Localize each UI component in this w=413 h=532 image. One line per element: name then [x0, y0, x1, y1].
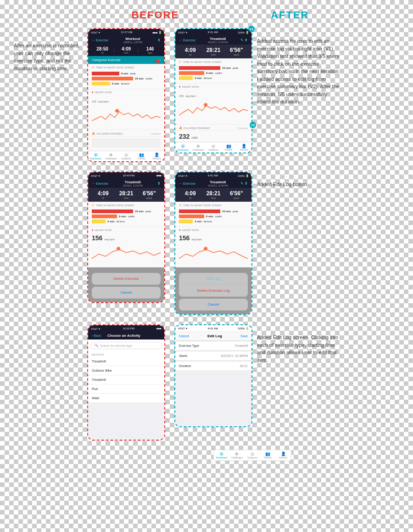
status-bar-before1: AT&T ✦ 12:17 AM ■■■ 🔋	[88, 29, 164, 35]
bottom-tabs-standalone: ⊞Dashboard ⊕Challenges ◎Guidance 👥Friend…	[213, 450, 291, 461]
back-btn-choose[interactable]: ‹ Back	[92, 334, 101, 337]
activity-treadmill-1[interactable]: Treadmill	[88, 357, 164, 366]
after-label: AFTER	[271, 9, 309, 21]
cancel-btn-after2[interactable]: Cancel	[179, 299, 248, 311]
delete-exercise-btn[interactable]: Delete Exercise	[92, 273, 161, 285]
svg-text:165: 165	[114, 108, 118, 110]
search-bar[interactable]: 🔍 Search for exercise type	[90, 342, 162, 349]
activity-walk[interactable]: Walk	[88, 394, 164, 403]
activity-treadmill-2[interactable]: Treadmill	[88, 375, 164, 385]
exercise-type-row[interactable]: Exercise Type Treadmill	[175, 341, 251, 351]
svg-text:178: 178	[202, 102, 206, 104]
svg-text:181: 181	[115, 245, 119, 248]
categorize-bar[interactable]: Categorize Exercise ›	[88, 56, 164, 64]
stats-row-before1: 28:50 mi | 4:09 mi/h | 146 bpm	[88, 45, 164, 56]
duration-row[interactable]: Duration 28:21	[175, 361, 251, 371]
recent-header: RECENT	[88, 351, 164, 357]
before-label: BEFORE	[131, 9, 179, 21]
cancel-edit-btn[interactable]: Cancel	[179, 334, 189, 338]
right-note-middle: Added Edit Log button.	[257, 171, 340, 188]
starts-row[interactable]: Starts 4/2/2017, 12:36PM	[175, 351, 251, 361]
treadmill-stats-after1: 4:09 mi 28:21 time 6'56" pace	[175, 45, 251, 58]
after-phone-2: AT&T ✦ 9:41 AM 100% 🔋 ← Exercise Treadmi…	[174, 171, 252, 315]
right-note-top: Added access for user to edit an exercis…	[257, 28, 340, 106]
edit-log-btn[interactable]: Edit Log	[179, 273, 248, 285]
edit-log-nav: Cancel Edit Log Save	[175, 332, 251, 341]
red-dot-v1	[156, 59, 160, 63]
v2-badge: V2	[250, 122, 256, 128]
choose-nav: ‹ Back Choose an Activity	[88, 332, 164, 340]
status-bar-after1: AT&T ✦ 9:41 AM 100% 🔋	[175, 29, 251, 35]
before-phone-2: AT&T ✦ 10:44 PM ■■■ ← Exercise Treadmill…	[87, 171, 165, 303]
left-note-top: After an exercise is recorded, user can …	[14, 28, 83, 72]
activity-run[interactable]: Run	[88, 385, 164, 394]
save-edit-btn[interactable]: Save	[240, 334, 248, 338]
v1-badge: V1	[248, 26, 255, 32]
before-phone-1: AT&T ✦ 12:17 AM ■■■ 🔋 ← Exercise Workout…	[87, 28, 165, 162]
activity-outdoor-bike[interactable]: Outdoor Bike	[88, 366, 164, 375]
after-phone-1: AT&T ✦ 9:41 AM 100% 🔋 ← Exercise Treadmi…	[174, 28, 252, 153]
delete-exercise-log-btn[interactable]: Delete Exercise Log	[179, 285, 248, 297]
after-phone-3: AT&T ✦ 9:41 AM 100% 🔋 Cancel Edit Log Sa…	[174, 324, 252, 427]
nav-bar-before1: ← Exercise Workout 4/3/2011, 1:05 PM ⬆	[88, 35, 164, 45]
svg-text:181: 181	[202, 245, 206, 248]
before-phone-3: AT&T ✦ 10:20 PM ■■■ ‹ Back Choose an Act…	[87, 324, 165, 441]
right-note-bottom: Added Edit Log screen. Clicking into eac…	[257, 324, 340, 364]
cancel-btn-before2[interactable]: Cancel	[92, 287, 161, 299]
bottom-tabs-before1: ⊞Dashboard ⊕Challenges ◎Guidance 👥Friend…	[88, 151, 164, 161]
